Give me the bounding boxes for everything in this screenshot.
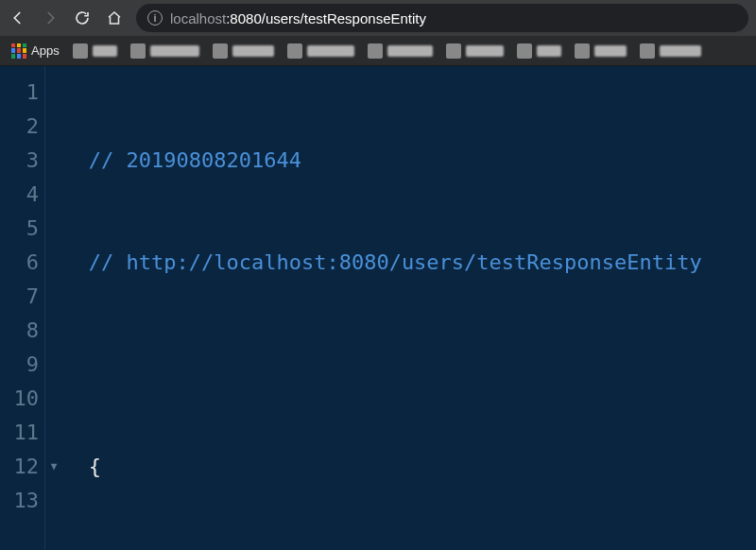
bookmark-item[interactable] — [575, 43, 627, 59]
line-number: 11 — [0, 416, 39, 450]
home-button[interactable] — [104, 8, 125, 28]
line-number: 5 — [0, 212, 39, 246]
line-number: 9 — [0, 348, 39, 382]
code-line — [51, 348, 702, 382]
bookmark-item[interactable] — [517, 43, 561, 59]
bookmark-item[interactable] — [130, 43, 199, 59]
line-number: 4 — [0, 178, 39, 212]
code-content[interactable]: // 20190808201644 // http://localhost:80… — [45, 66, 702, 550]
line-number: 3 — [0, 144, 39, 178]
site-info-icon[interactable]: i — [147, 10, 163, 26]
code-line: // http://localhost:8080/users/testRespo… — [51, 246, 702, 280]
bookmark-item[interactable] — [287, 43, 354, 59]
brace: { — [89, 455, 101, 478]
reload-button[interactable] — [72, 8, 93, 28]
bookmark-item[interactable] — [213, 43, 274, 59]
bookmark-item[interactable] — [73, 43, 117, 59]
line-number-gutter: 1 2 3 4 5 6 7 8 9 10 11 12 13 — [0, 66, 45, 550]
line-number: 7 — [0, 280, 39, 314]
code-viewer: 1 2 3 4 5 6 7 8 9 10 11 12 13 // 2019080… — [0, 66, 756, 550]
line-number: 2 — [0, 110, 39, 144]
bookmark-item[interactable] — [640, 43, 701, 59]
back-button[interactable] — [8, 8, 28, 28]
browser-toolbar: i localhost:8080/users/testResponseEntit… — [0, 0, 756, 36]
line-number: 10 — [0, 382, 39, 416]
code-line: // 20190808201644 — [51, 144, 702, 178]
code-line: ▼ { — [51, 450, 702, 484]
forward-button[interactable] — [40, 8, 60, 28]
apps-icon — [11, 43, 26, 59]
bookmark-item[interactable] — [446, 43, 504, 59]
bookmarks-bar: Apps — [0, 36, 756, 66]
apps-button[interactable]: Apps — [11, 43, 60, 59]
address-text: localhost:8080/users/testResponseEntity — [170, 10, 426, 26]
bookmark-item[interactable] — [368, 43, 433, 59]
comment: // http://localhost:8080/users/testRespo… — [89, 250, 702, 274]
line-number: 12 — [0, 450, 39, 484]
address-bar[interactable]: i localhost:8080/users/testResponseEntit… — [136, 4, 748, 32]
comment: // 20190808201644 — [89, 148, 301, 172]
line-number: 1 — [0, 76, 39, 110]
fold-toggle-icon[interactable]: ▼ — [49, 450, 59, 484]
line-number: 13 — [0, 484, 39, 518]
line-number: 6 — [0, 246, 39, 280]
line-number: 8 — [0, 314, 39, 348]
apps-label: Apps — [31, 43, 60, 58]
